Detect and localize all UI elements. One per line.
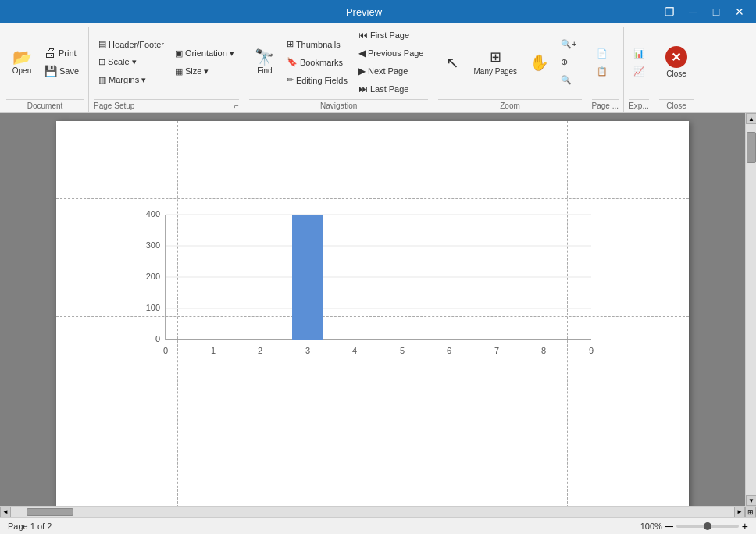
ribbon: 📂 Open 🖨 Print 💾 Save Document <box>0 23 756 113</box>
find-button[interactable]: 🔭 Find <box>249 42 280 83</box>
header-footer-icon: ▤ <box>98 39 106 49</box>
svg-text:1: 1 <box>211 346 216 355</box>
svg-text:8: 8 <box>541 346 546 355</box>
page-margin-top <box>56 121 689 199</box>
svg-text:0: 0 <box>163 346 168 355</box>
next-page-button[interactable]: ▶ Next Page <box>354 62 429 80</box>
header-footer-button[interactable]: ▤ Header/Footer <box>94 36 169 53</box>
orientation-button[interactable]: ▣ Orientation ▾ <box>170 44 239 62</box>
prev-page-icon: ◀ <box>358 48 366 59</box>
svg-text:200: 200 <box>146 272 160 281</box>
zoom-slider-thumb[interactable] <box>704 522 711 530</box>
orientation-icon: ▣ <box>175 48 183 59</box>
svg-text:400: 400 <box>146 209 160 219</box>
find-icon: 🔭 <box>255 49 274 65</box>
page-icon2: 📋 <box>597 66 608 77</box>
select-cursor-button[interactable]: ↖ <box>438 42 466 83</box>
scroll-track-vertical[interactable] <box>746 124 756 495</box>
header-footer-label: Header/Footer <box>109 40 164 49</box>
navigation-group-label: Navigation <box>249 99 429 112</box>
page-setup-expand[interactable]: ⌐ <box>234 101 239 110</box>
print-button[interactable]: 🖨 Print <box>39 44 84 62</box>
zoom-plus-button[interactable]: + <box>742 520 748 532</box>
first-page-icon: ⏮ <box>358 30 368 41</box>
exp-btn1[interactable]: 📊 <box>629 44 649 62</box>
exp-icon2: 📈 <box>633 66 644 77</box>
svg-text:6: 6 <box>447 346 451 355</box>
hand-button[interactable]: ✋ <box>524 42 555 83</box>
maximize-button[interactable]: □ <box>706 2 726 22</box>
ribbon-group-page: 📄 📋 Page ... <box>589 27 624 112</box>
zoom-percent: 100% <box>640 522 662 531</box>
zoom-out-button[interactable]: 🔍− <box>556 72 581 89</box>
save-label: Save <box>59 66 79 76</box>
last-page-button[interactable]: ⏭ Last Page <box>354 80 429 98</box>
title-bar: Preview ❐ ─ □ ✕ <box>0 0 756 23</box>
page-group-label: Page ... <box>592 99 619 112</box>
zoom-minus-button[interactable]: ─ <box>665 520 673 532</box>
last-page-icon: ⏭ <box>358 84 368 94</box>
zoom-in-button[interactable]: 🔍+ <box>556 36 581 53</box>
size-icon: ▦ <box>175 66 183 77</box>
hand-icon: ✋ <box>530 53 549 72</box>
bookmarks-button[interactable]: 🔖 Bookmarks <box>282 54 352 71</box>
restore-button[interactable]: ❐ <box>659 2 679 22</box>
ribbon-toolbar: 📂 Open 🖨 Print 💾 Save Document <box>0 23 756 112</box>
first-page-button[interactable]: ⏮ First Page <box>354 27 429 44</box>
vertical-scrollbar[interactable]: ▲ ▼ <box>745 113 756 506</box>
page-container[interactable]: 0 100 200 300 400 0 1 2 3 4 5 6 <box>0 113 745 506</box>
ribbon-group-close: ✕ Close Close <box>656 27 698 112</box>
scroll-left-button[interactable]: ◄ <box>0 507 11 518</box>
close-window-button[interactable]: ✕ <box>729 2 750 22</box>
page-btn1[interactable]: 📄 <box>592 44 612 62</box>
first-page-label: First Page <box>370 30 409 40</box>
open-button[interactable]: 📂 Open <box>6 42 37 83</box>
svg-text:5: 5 <box>400 346 405 355</box>
margins-label: Margins ▾ <box>109 75 146 85</box>
ribbon-group-page-setup: ▤ Header/Footer ⊞ Scale ▾ ▥ Margins ▾ ▣ <box>91 27 244 112</box>
close-preview-button[interactable]: ✕ Close <box>659 42 694 83</box>
save-button[interactable]: 💾 Save <box>39 62 84 80</box>
chart-area: 0 100 200 300 400 0 1 2 3 4 5 6 <box>130 207 615 379</box>
window-controls: ❐ ─ □ ✕ <box>659 2 750 22</box>
scroll-track-horizontal[interactable] <box>11 507 734 517</box>
zoom-slider[interactable] <box>676 525 739 528</box>
scroll-right-button[interactable]: ► <box>734 507 745 518</box>
exp-btn2[interactable]: 📈 <box>629 62 649 80</box>
size-button[interactable]: ▦ Size ▾ <box>170 62 239 80</box>
zoom-in-icon: 🔍+ <box>561 39 576 49</box>
chart-svg: 0 100 200 300 400 0 1 2 3 4 5 6 <box>130 207 615 379</box>
page-setup-group-label: Page Setup ⌐ <box>94 99 239 112</box>
bookmarks-icon: 🔖 <box>287 57 298 67</box>
minimize-button[interactable]: ─ <box>683 2 703 22</box>
zoom-control: 100% ─ + <box>640 520 748 532</box>
ribbon-group-navigation: 🔭 Find ⊞ Thumbnails 🔖 Bookmarks ✏ Editin… <box>246 27 434 112</box>
print-icon: 🖨 <box>44 46 56 60</box>
prev-page-button[interactable]: ◀ Previous Page <box>354 44 429 62</box>
zoom-fit-button[interactable]: ⊕ <box>556 54 581 71</box>
exp-group-label: Exp... <box>629 99 649 112</box>
expand-button[interactable]: ⊞ <box>745 507 756 518</box>
many-pages-label: Many Pages <box>473 67 517 76</box>
open-label: Open <box>12 66 31 75</box>
next-page-icon: ▶ <box>358 66 366 77</box>
page-btn2[interactable]: 📋 <box>592 62 612 80</box>
next-page-label: Next Page <box>368 66 408 76</box>
ribbon-group-document: 📂 Open 🖨 Print 💾 Save Document <box>3 27 89 112</box>
scale-label: Scale ▾ <box>108 57 137 67</box>
scroll-up-button[interactable]: ▲ <box>746 113 756 124</box>
svg-text:4: 4 <box>352 346 357 355</box>
editing-fields-button[interactable]: ✏ Editing Fields <box>282 72 352 89</box>
horizontal-scrollbar[interactable]: ◄ ► ⊞ <box>0 506 756 517</box>
thumbnails-button[interactable]: ⊞ Thumbnails <box>282 36 352 53</box>
exp-icon1: 📊 <box>633 48 644 59</box>
page-content: 0 100 200 300 400 0 1 2 3 4 5 6 <box>56 199 689 386</box>
scale-button[interactable]: ⊞ Scale ▾ <box>94 54 169 71</box>
page-icon1: 📄 <box>597 48 608 59</box>
scroll-down-button[interactable]: ▼ <box>746 495 756 506</box>
scroll-thumb-vertical[interactable] <box>747 132 756 163</box>
scroll-thumb-horizontal[interactable] <box>27 508 73 516</box>
many-pages-button[interactable]: ⊞ Many Pages <box>468 42 522 83</box>
print-label: Print <box>59 48 77 58</box>
margins-button[interactable]: ▥ Margins ▾ <box>94 72 169 89</box>
